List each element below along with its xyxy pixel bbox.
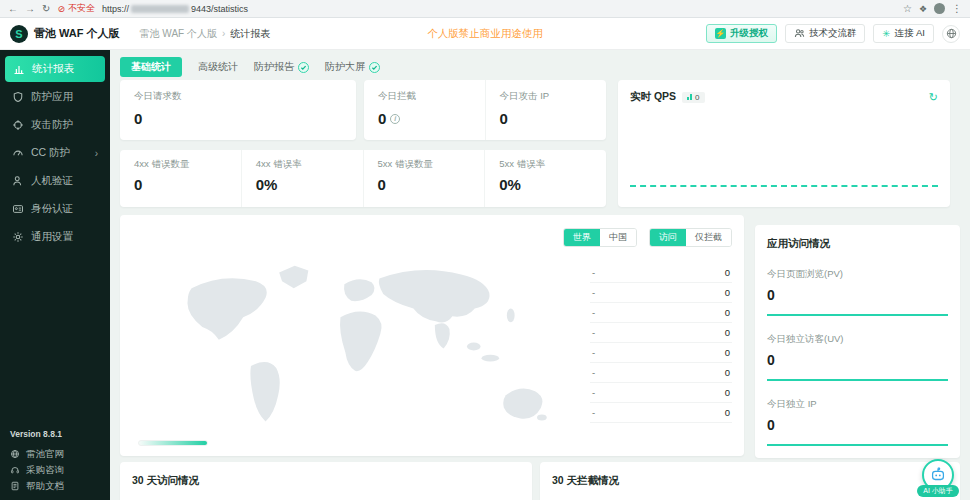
ranking-label: - — [592, 267, 595, 278]
stat-value: 0 — [134, 110, 342, 127]
extensions-icon[interactable]: ❖ — [919, 4, 927, 14]
refresh-icon[interactable]: ↻ — [929, 91, 938, 104]
document-icon — [10, 481, 20, 491]
app-logo[interactable]: S — [10, 25, 28, 43]
toggle-visits[interactable]: 访问 — [650, 229, 686, 246]
upgrade-label: 升级授权 — [730, 27, 768, 40]
ranking-value: 0 — [725, 367, 730, 378]
stat-label: 5xx 错误数量 — [378, 158, 471, 171]
bookmark-star-icon[interactable]: ☆ — [903, 4, 912, 14]
tab-basic-stats[interactable]: 基础统计 — [120, 57, 182, 77]
new-feature-badge-icon — [298, 62, 309, 73]
sidebar-item-attack-protection[interactable]: 攻击防护 — [0, 112, 110, 138]
geo-ranking-list: - 0 - 0 - 0 - 0 - 0 — [590, 263, 732, 423]
toggle-world[interactable]: 世界 — [564, 229, 600, 246]
tab-protection-report[interactable]: 防护报告 — [254, 60, 309, 74]
ranking-label: - — [592, 287, 595, 298]
redacted-host — [131, 5, 189, 13]
sidebar-item-applications[interactable]: 防护应用 — [0, 84, 110, 110]
metric-value: 0 — [767, 417, 948, 433]
breadcrumb-parent[interactable]: 雷池 WAF 个人版 — [140, 27, 217, 41]
sidebar-item-statistics[interactable]: 统计报表 — [5, 56, 105, 82]
sidebar-item-label: 攻击防护 — [31, 118, 73, 132]
toggle-china[interactable]: 中国 — [600, 229, 636, 246]
chevron-right-icon: › — [95, 148, 98, 159]
visits-30d-card: 30 天访问情况 — [120, 462, 532, 500]
signal-bars-icon — [687, 94, 692, 100]
metric-underline — [767, 379, 948, 381]
stat-value: 0 — [378, 176, 471, 193]
heat-legend — [138, 440, 208, 446]
not-secure-label: 不安全 — [68, 2, 95, 15]
sidebar-item-settings[interactable]: 通用设置 — [0, 224, 110, 250]
site-security-chip[interactable]: ⊘ 不安全 — [57, 2, 95, 15]
tab-advanced-stats[interactable]: 高级统计 — [198, 60, 238, 74]
metric-value: 0 — [767, 352, 948, 368]
bolt-icon: ⚡ — [715, 28, 726, 39]
browser-profile-avatar[interactable] — [934, 3, 945, 14]
people-icon — [794, 28, 805, 39]
toggle-blocks-only[interactable]: 仅拦截 — [686, 229, 731, 246]
sidebar-item-label: 身份认证 — [31, 202, 73, 216]
ranking-value: 0 — [725, 287, 730, 298]
language-globe-button[interactable] — [942, 25, 960, 43]
connect-ai-button[interactable]: ✳ 连接 AI — [873, 24, 934, 43]
error-stats-card: 4xx 错误数量 0 4xx 错误率 0% 5xx 错误数量 0 5xx 错误率… — [120, 150, 606, 207]
gear-icon — [12, 231, 24, 243]
upgrade-license-button[interactable]: ⚡ 升级授权 — [706, 24, 777, 43]
stat-label: 4xx 错误率 — [256, 158, 349, 171]
crosshair-icon — [12, 119, 24, 131]
robot-icon — [929, 466, 947, 484]
screen: ← → ↻ ⊘ 不安全 https:// 9443/statistics ☆ ❖… — [0, 0, 970, 500]
tab-protection-screen[interactable]: 防护大屏 — [325, 60, 380, 74]
qps-zero-line — [630, 185, 938, 187]
sidebar-link-label: 采购咨询 — [26, 464, 64, 477]
ranking-row: - 0 — [590, 363, 732, 383]
ranking-row: - 0 — [590, 383, 732, 403]
address-bar[interactable]: https:// 9443/statistics — [102, 4, 248, 14]
sidebar-item-identity[interactable]: 身份认证 — [0, 196, 110, 222]
stat-label: 今日拦截 — [378, 90, 471, 103]
url-prefix: https:// — [102, 4, 129, 14]
mode-toggle: 访问 仅拦截 — [649, 228, 732, 247]
ranking-row: - 0 — [590, 343, 732, 363]
ranking-value: 0 — [725, 347, 730, 358]
metric-label: 今日页面浏览(PV) — [767, 268, 948, 281]
header-actions: ⚡ 升级授权 技术交流群 ✳ 连接 AI — [706, 24, 960, 43]
breadcrumb: 雷池 WAF 个人版 › 统计报表 — [140, 27, 271, 41]
browser-menu-icon[interactable]: ⋮ — [952, 4, 962, 14]
tab-label: 防护报告 — [254, 60, 294, 74]
ai-assistant-widget[interactable]: AI 小助手 — [916, 459, 960, 497]
sidebar-link-docs[interactable]: 帮助文档 — [0, 478, 110, 494]
ranking-label: - — [592, 407, 595, 418]
sidebar-item-cc-protection[interactable]: CC 防护 › — [0, 140, 110, 166]
world-map — [132, 257, 582, 437]
headset-icon — [10, 465, 20, 475]
sidebar-nav: 统计报表 防护应用 攻击防护 CC 防护 › 人机验证 身份认证 通用设置 Ve — [0, 50, 110, 500]
metric-ip: 今日独立 IP 0 — [755, 398, 960, 446]
ranking-value: 0 — [725, 407, 730, 418]
stat-label: 5xx 错误率 — [499, 158, 592, 171]
info-icon[interactable]: i — [390, 114, 400, 124]
back-icon[interactable]: ← — [8, 4, 18, 14]
sidebar-item-label: 人机验证 — [31, 174, 73, 188]
ranking-value: 0 — [725, 387, 730, 398]
ranking-value: 0 — [725, 267, 730, 278]
sidebar-link-website[interactable]: 雷池官网 — [0, 446, 110, 462]
ai-sparkle-icon: ✳ — [882, 28, 890, 39]
id-card-icon — [12, 203, 24, 215]
qps-title: 实时 QPS — [630, 90, 676, 104]
sidebar-item-captcha[interactable]: 人机验证 — [0, 168, 110, 194]
ranking-label: - — [592, 307, 595, 318]
sidebar-item-label: 防护应用 — [31, 90, 73, 104]
community-button[interactable]: 技术交流群 — [785, 24, 866, 43]
forward-icon[interactable]: → — [25, 4, 35, 14]
card-title: 30 天拦截情况 — [540, 462, 960, 488]
sidebar-link-purchase[interactable]: 采购咨询 — [0, 462, 110, 478]
tab-label: 防护大屏 — [325, 60, 365, 74]
reload-icon[interactable]: ↻ — [42, 4, 50, 14]
map-toggles: 世界 中国 访问 仅拦截 — [563, 228, 732, 247]
ranking-label: - — [592, 387, 595, 398]
qps-badge-value: 0 — [695, 93, 699, 102]
app-header: S 雷池 WAF 个人版 雷池 WAF 个人版 › 统计报表 个人版禁止商业用途… — [0, 18, 970, 50]
